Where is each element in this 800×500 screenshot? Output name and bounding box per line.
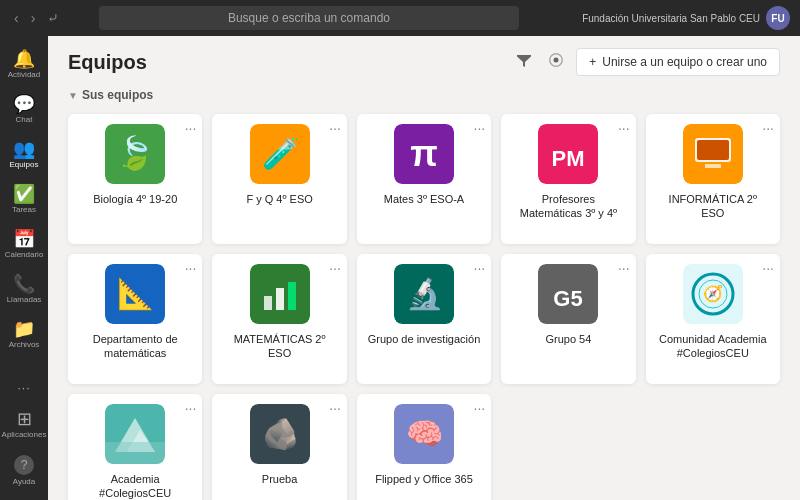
team-card-menu-flipped[interactable]: ··· [474,400,486,416]
sidebar-item-archivos[interactable]: 📁 Archivos [2,314,46,355]
team-name-comunidad: Comunidad Academia #ColegiosCEU [656,332,770,361]
team-card-menu-fyq[interactable]: ··· [329,120,341,136]
team-name-biologia: Biología 4º 19-20 [93,192,177,206]
apps-icon: ⊞ [17,410,32,428]
back-button[interactable]: ‹ [10,8,23,28]
sidebar-item-actividad[interactable]: 🔔 Actividad [2,44,46,85]
team-card-menu-prueba[interactable]: ··· [329,400,341,416]
team-icon-prueba: 🪨 [250,404,310,464]
team-card-informatica[interactable]: ··· INFORMÁTICA 2º ESO [646,114,780,244]
sidebar-item-equipos[interactable]: 👥 Equipos [2,134,46,175]
team-card-flipped[interactable]: ··· 🧠 Flipped y Office 365 [357,394,491,500]
search-input[interactable] [109,11,509,25]
tasks-icon: ✅ [13,185,35,203]
team-icon-informatica [683,124,743,184]
team-icon-depto: 📐 [105,264,165,324]
team-icon-mates2 [250,264,310,324]
sidebar-item-chat[interactable]: 💬 Chat [2,89,46,130]
section-label: ▼ Sus equipos [48,84,800,110]
help-icon: ? [14,455,34,475]
sidebar-label-help: Ayuda [13,477,36,486]
header-actions: + Unirse a un equipo o crear uno [512,48,780,76]
team-card-menu-academia[interactable]: ··· [185,400,197,416]
nav-buttons: ‹ › ⤶ [10,8,63,28]
team-card-mates2[interactable]: ··· MATEMÁTICAS 2º ESO [212,254,346,384]
forward-button[interactable]: › [27,8,40,28]
team-icon-grupo54: G5 [538,264,598,324]
team-card-menu-grupo_inv[interactable]: ··· [474,260,486,276]
activity-icon: 🔔 [13,50,35,68]
team-icon-mates3: π [394,124,454,184]
svg-point-0 [554,58,559,63]
avatar[interactable]: FU [766,6,790,30]
refresh-button[interactable]: ⤶ [43,8,63,28]
svg-text:🔬: 🔬 [405,276,443,312]
sidebar-label-archivos: Archivos [9,340,40,349]
sidebar-label-actividad: Actividad [8,70,40,79]
team-icon-academia [105,404,165,464]
team-card-profmates[interactable]: ··· PM Profesores Matemáticas 3º y 4º [501,114,635,244]
more-icon: ··· [17,382,30,394]
svg-rect-16 [264,296,272,310]
team-name-depto: Departamento de matemáticas [78,332,192,361]
sidebar-label-apps: Aplicaciones [2,430,47,439]
section-title: Sus equipos [82,88,153,102]
team-card-menu-profmates[interactable]: ··· [618,120,630,136]
team-card-menu-mates3[interactable]: ··· [474,120,486,136]
team-name-academia: Academia #ColegiosCEU [78,472,192,500]
settings-button[interactable] [544,48,568,76]
team-card-menu-biologia[interactable]: ··· [185,120,197,136]
team-card-menu-depto[interactable]: ··· [185,260,197,276]
page-title: Equipos [68,51,512,74]
team-card-fyq[interactable]: ··· 🧪 F y Q 4º ESO [212,114,346,244]
sidebar-item-calendario[interactable]: 📅 Calendario [2,224,46,265]
svg-rect-18 [288,282,296,310]
content-header: Equipos + Unirse a un equipo o crear uno [48,36,800,84]
sidebar-item-help[interactable]: ? Ayuda [2,449,46,492]
team-name-mates3: Mates 3º ESO-A [384,192,464,206]
calendar-icon: 📅 [13,230,35,248]
files-icon: 📁 [13,320,35,338]
team-card-menu-comunidad[interactable]: ··· [762,260,774,276]
sidebar-bottom: ··· ⊞ Aplicaciones ? Ayuda [2,376,46,500]
team-name-prueba: Prueba [262,472,297,486]
search-bar[interactable] [99,6,519,30]
team-card-biologia[interactable]: ··· 🍃 Biología 4º 19-20 [68,114,202,244]
sidebar-item-more[interactable]: ··· [2,376,46,400]
team-card-menu-mates2[interactable]: ··· [329,260,341,276]
sidebar-item-llamadas[interactable]: 📞 Llamadas [2,269,46,310]
svg-rect-12 [697,140,729,160]
team-name-fyq: F y Q 4º ESO [246,192,312,206]
team-card-menu-informatica[interactable]: ··· [762,120,774,136]
sidebar-item-tareas[interactable]: ✅ Tareas [2,179,46,220]
team-card-grupo_inv[interactable]: ··· 🔬 Grupo de investigación [357,254,491,384]
svg-text:🧭: 🧭 [703,284,723,303]
team-card-mates3[interactable]: ··· π Mates 3º ESO-A [357,114,491,244]
sidebar-item-apps[interactable]: ⊞ Aplicaciones [2,404,46,445]
team-card-grupo54[interactable]: ··· G5 Grupo 54 [501,254,635,384]
expand-arrow[interactable]: ▼ [68,90,78,101]
team-name-flipped: Flipped y Office 365 [375,472,473,486]
team-card-academia[interactable]: ··· Academia #ColegiosCEU [68,394,202,500]
svg-text:🍃: 🍃 [115,134,155,172]
team-name-grupo54: Grupo 54 [545,332,591,346]
svg-text:🧪: 🧪 [261,136,299,172]
sidebar-label-calendario: Calendario [5,250,44,259]
user-info: Fundación Universitaria San Pablo CEU FU [582,6,790,30]
teams-icon: 👥 [13,140,35,158]
team-card-comunidad[interactable]: ··· 🧭 Comunidad Academia #ColegiosCEU [646,254,780,384]
calls-icon: 📞 [13,275,35,293]
team-card-depto[interactable]: ··· 📐 Departamento de matemáticas [68,254,202,384]
join-team-button[interactable]: + Unirse a un equipo o crear uno [576,48,780,76]
team-icon-biologia: 🍃 [105,124,165,184]
sidebar-label-chat: Chat [16,115,33,124]
sidebar: 🔔 Actividad 💬 Chat 👥 Equipos ✅ Tareas 📅 … [0,36,48,500]
svg-text:🪨: 🪨 [261,416,299,452]
svg-text:π: π [410,133,438,174]
team-card-prueba[interactable]: ··· 🪨 Prueba [212,394,346,500]
team-card-menu-grupo54[interactable]: ··· [618,260,630,276]
sidebar-label-equipos: Equipos [10,160,39,169]
join-label: Unirse a un equipo o crear uno [602,55,767,69]
filter-button[interactable] [512,48,536,76]
sidebar-label-llamadas: Llamadas [7,295,42,304]
